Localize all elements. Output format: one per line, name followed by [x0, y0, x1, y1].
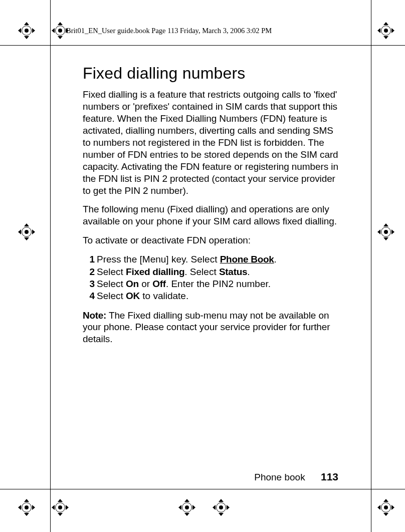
registration-mark-icon [20, 501, 33, 514]
page-footer: Phone book 113 [254, 471, 338, 483]
step-text: Select [97, 291, 126, 301]
registration-mark-icon [20, 225, 33, 238]
step-text: Press the [Menu] key. Select [97, 254, 220, 264]
step-4: Select OK to validate. [97, 290, 338, 302]
intro-paragraph: Fixed dialling is a feature that restric… [83, 89, 338, 196]
step-text: . [274, 254, 277, 264]
step-1: Press the [Menu] key. Select Phone Book. [97, 253, 338, 265]
step-text: . Select [184, 267, 219, 277]
option-on: On [126, 279, 139, 289]
step-text: . [247, 267, 250, 277]
menu-phone-book: Phone Book [220, 254, 274, 264]
registration-mark-icon [215, 501, 228, 514]
running-head: Brit01_EN_User guide.book Page 113 Frida… [66, 27, 272, 35]
registration-mark-icon [180, 501, 193, 514]
registration-mark-icon [379, 24, 392, 37]
step-2: Select Fixed dialling. Select Status. [97, 266, 338, 278]
page-number: 113 [321, 471, 338, 482]
step-text: or [139, 279, 152, 289]
registration-mark-icon [54, 501, 67, 514]
registration-mark-icon [379, 225, 392, 238]
menu-status: Status [219, 267, 247, 277]
step-text: . Enter the PIN2 number. [166, 279, 271, 289]
registration-mark-icon [54, 24, 67, 37]
crop-line-right [371, 0, 371, 532]
step-3: Select On or Off. Enter the PIN2 number. [97, 278, 338, 290]
crop-line-top [0, 45, 405, 46]
instructions-lead: To activate or deactivate FDN operation: [83, 234, 338, 246]
step-text: to validate. [140, 291, 188, 301]
note-paragraph: Note: The Fixed dialling sub-menu may no… [83, 310, 338, 346]
crop-line-left [50, 0, 51, 532]
step-text: Select [97, 267, 126, 277]
page-title: Fixed dialling numbers [83, 64, 338, 83]
option-off: Off [152, 279, 166, 289]
page-content: Fixed dialling numbers Fixed dialling is… [83, 64, 338, 352]
registration-mark-icon [20, 24, 33, 37]
registration-mark-icon [379, 501, 392, 514]
button-ok: OK [126, 291, 140, 301]
note-label: Note: [83, 310, 106, 321]
availability-paragraph: The following menu (Fixed dialling) and … [83, 203, 338, 227]
menu-fixed-dialling: Fixed dialling [126, 267, 184, 277]
step-text: Select [97, 279, 126, 289]
steps-list: Press the [Menu] key. Select Phone Book.… [83, 253, 338, 302]
footer-section: Phone book [254, 472, 305, 482]
crop-line-bottom [0, 489, 405, 489]
note-body: The Fixed dialling sub-menu may not be a… [83, 310, 330, 345]
